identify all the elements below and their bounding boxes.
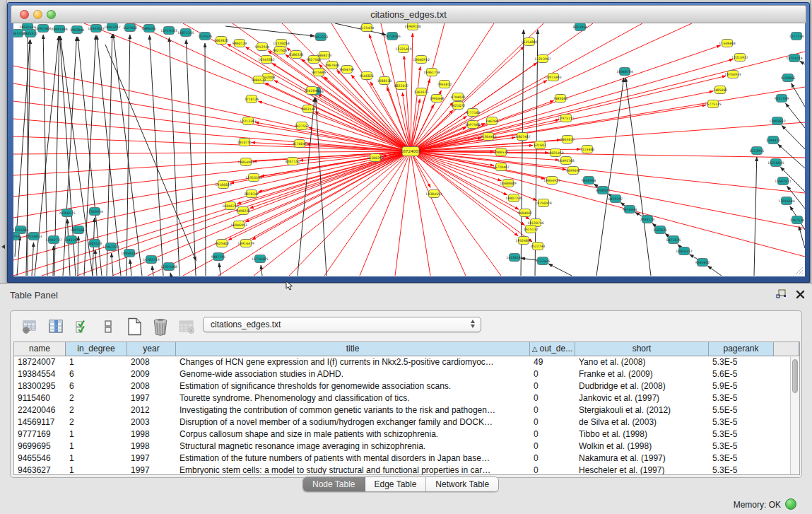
network-node[interactable]: 1527602 — [123, 24, 138, 32]
network-node[interactable]: 7955812 — [437, 81, 452, 88]
network-node[interactable]: 5875685 — [312, 69, 326, 76]
network-node[interactable]: 1990448 — [430, 95, 445, 103]
network-node[interactable]: 10025458 — [547, 149, 563, 157]
network-node[interactable]: 6466161 — [142, 25, 157, 33]
network-node[interactable]: 6497568 — [466, 121, 481, 129]
network-node[interactable]: 7625402 — [215, 240, 230, 247]
network-node[interactable]: 15692971 — [775, 177, 791, 185]
network-node[interactable]: 18724007 — [401, 147, 421, 156]
network-node[interactable]: 1810755 — [237, 139, 252, 146]
network-node[interactable]: 15716485 — [252, 255, 268, 263]
network-node[interactable]: 8427552 — [295, 122, 310, 130]
network-node[interactable]: 9886532 — [252, 76, 266, 84]
network-node[interactable]: 9129966 — [781, 74, 796, 82]
network-node[interactable]: 6794028 — [451, 93, 466, 101]
network-node[interactable]: 2967608 — [325, 62, 340, 69]
network-node[interactable]: 5938923 — [596, 187, 611, 194]
network-node[interactable]: 15751074 — [786, 54, 802, 62]
network-node[interactable]: 6479197 — [608, 195, 623, 203]
network-node[interactable]: 8878342 — [245, 190, 259, 198]
network-node[interactable]: 9777169 — [466, 109, 481, 117]
network-node[interactable]: 17957223 — [102, 243, 119, 251]
panel-collapse-arrow-icon[interactable] — [1, 245, 5, 249]
table-row[interactable]: 2242004622012Investigating the contribut… — [14, 404, 799, 416]
network-node[interactable]: 8471676 — [666, 236, 681, 244]
network-node[interactable]: 11548408 — [719, 40, 735, 47]
table-selector-dropdown[interactable]: citations_edges.txt — [203, 317, 481, 332]
network-node[interactable]: 2718126 — [245, 95, 259, 103]
network-node[interactable]: 7857223 — [314, 33, 329, 41]
network-node[interactable]: 1903844 — [70, 26, 85, 34]
column-header-pagerank[interactable]: pagerank — [709, 342, 774, 356]
network-node[interactable]: 18807249 — [505, 194, 522, 202]
column-header-in_degree[interactable]: in_degree — [66, 342, 127, 356]
network-node[interactable]: 1167534 — [790, 216, 805, 224]
network-node[interactable]: 9227349 — [775, 95, 789, 103]
network-node[interactable]: 18640910 — [413, 56, 429, 64]
network-node[interactable]: 8813054 — [573, 23, 588, 31]
tab-node-table[interactable]: Node Table — [303, 477, 365, 491]
column-header-out_de[interactable]: △out_de... — [530, 342, 575, 356]
network-node[interactable]: 20206575 — [59, 209, 75, 217]
delete-table-trash-icon[interactable] — [151, 317, 170, 336]
network-node[interactable]: 16210645 — [767, 159, 784, 167]
table-row[interactable]: 1938455462009Genome-wide association stu… — [14, 368, 799, 380]
column-header-name[interactable]: name — [14, 342, 66, 356]
network-node[interactable]: 10688609 — [500, 180, 516, 187]
network-node[interactable]: 10973493 — [545, 74, 561, 81]
column-header-short[interactable]: short — [575, 342, 709, 356]
network-node[interactable]: 8267150 — [286, 158, 300, 165]
network-node[interactable]: 6822037 — [394, 82, 409, 90]
network-node[interactable]: 14136141 — [506, 254, 522, 262]
network-node[interactable]: 1362615 — [414, 88, 429, 96]
network-node[interactable]: 12942737 — [45, 236, 61, 244]
network-node[interactable]: 2405572 — [23, 30, 38, 37]
close-icon[interactable] — [796, 290, 805, 299]
network-node[interactable]: 1615132 — [524, 226, 539, 233]
network-node[interactable]: 1588520 — [377, 77, 392, 85]
network-node[interactable]: 9546821 — [360, 72, 375, 80]
table-row[interactable]: 977716911998Corpus callosum shape and si… — [14, 428, 799, 440]
column-header-year[interactable]: year — [127, 342, 176, 356]
memory-status-indicator[interactable] — [785, 498, 796, 510]
network-node[interactable]: 7986532 — [494, 148, 509, 156]
merge-tables-icon[interactable] — [99, 317, 117, 336]
network-node[interactable]: 1505123 — [88, 240, 102, 247]
network-node[interactable]: 10719183 — [160, 27, 177, 35]
network-node[interactable]: 5912954 — [255, 43, 270, 51]
network-node[interactable]: 9115460 — [580, 146, 595, 153]
network-node[interactable]: 1621072 — [451, 102, 466, 110]
tab-network-table[interactable]: Network Table — [426, 477, 498, 491]
network-node[interactable]: 12215937 — [731, 54, 748, 62]
network-node[interactable]: 9699695 — [566, 167, 581, 175]
network-node[interactable]: 20691406 — [51, 25, 67, 33]
network-canvas[interactable]: 9361518189355242405572169514062069140619… — [13, 23, 805, 276]
network-node[interactable]: 9827505 — [273, 47, 288, 54]
window-titlebar[interactable]: citations_edges.txt — [11, 5, 806, 23]
table-settings-icon[interactable] — [20, 317, 39, 336]
network-node[interactable]: 19218506 — [384, 33, 400, 40]
network-node[interactable]: 9487791 — [211, 253, 226, 261]
network-node[interactable]: 19756928 — [535, 199, 551, 207]
new-document-icon[interactable] — [125, 317, 143, 336]
network-node[interactable]: 1733426 — [536, 257, 551, 265]
network-node[interactable]: 17359934 — [86, 208, 102, 216]
table-row[interactable]: 1830029562008Estimation of significance … — [14, 380, 799, 392]
network-node[interactable]: 5468213 — [317, 52, 332, 59]
network-node[interactable]: 12213967 — [534, 55, 551, 63]
table-row[interactable]: 969969511998Structural magnetic resonanc… — [14, 440, 799, 452]
network-node[interactable]: 10653257 — [104, 23, 120, 31]
network-node[interactable]: 9440954 — [582, 177, 596, 185]
network-node[interactable]: 8186328 — [289, 51, 304, 59]
table-vertical-scrollbar[interactable] — [790, 357, 799, 474]
network-node[interactable]: 9684067 — [518, 209, 533, 217]
network-node[interactable]: 7663822 — [214, 37, 229, 45]
network-node[interactable]: 15720407 — [493, 163, 509, 171]
network-node[interactable]: 16648784 — [616, 68, 632, 76]
network-node[interactable]: 9463627 — [560, 136, 575, 144]
network-node[interactable]: 4170046 — [293, 140, 307, 148]
network-node[interactable]: 10654112 — [676, 247, 692, 255]
row-visibility-icon[interactable] — [73, 317, 91, 336]
network-node[interactable]: 9498222 — [236, 207, 251, 215]
network-node[interactable]: 7515526 — [198, 33, 213, 40]
